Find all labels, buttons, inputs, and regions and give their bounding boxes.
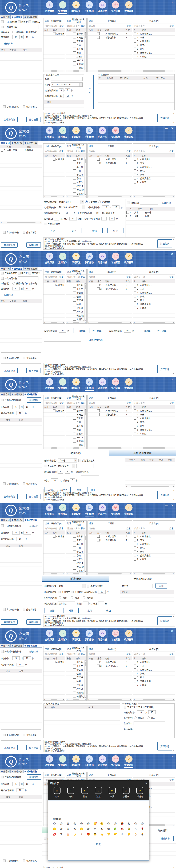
nav-item[interactable]: ✳ 企微群发	[44, 378, 55, 391]
external-search-button[interactable]: 搜索	[81, 401, 85, 404]
greet-newfriend-checkbox[interactable]	[1, 776, 4, 778]
emoji-button[interactable]: ☀	[78, 832, 85, 837]
sidebar-tab-newfriend[interactable]: 新好友回复	[24, 392, 38, 396]
note-type-select[interactable]: 自定义备注▼	[57, 464, 75, 468]
group-search-button[interactable]: 搜索	[126, 401, 131, 404]
nav-item[interactable]: ⚙ 群组设置	[71, 253, 81, 265]
close-button[interactable]: ✕	[171, 127, 173, 130]
verify-message-textarea[interactable]	[81, 475, 99, 485]
row-checkbox[interactable]	[73, 669, 76, 671]
sidebar-tab-accounts[interactable]: 账号列	[0, 518, 10, 522]
log-area[interactable]: [20:27:33]企大客-小助手[20:27:33]初始化中，此过程大约需要2…	[43, 363, 175, 375]
friend-search-button[interactable]: 搜索	[59, 150, 64, 153]
clear-log-button[interactable]: 清理信息	[157, 365, 172, 373]
subtab-contacts-fans[interactable]: 手机通讯录爆粉	[109, 450, 176, 456]
auto-accept-friend-checkbox[interactable]	[3, 608, 5, 611]
member-row[interactable]: 5新宁	[133, 299, 175, 302]
vertical-scrollbar[interactable]: ▲▼	[84, 31, 86, 70]
reply-interval-to-input[interactable]: 15	[24, 35, 31, 39]
turing-reply-checkbox[interactable]	[1, 277, 4, 280]
row-checkbox[interactable]	[134, 307, 136, 309]
group-row[interactable]: 2新宁团队软...7	[87, 161, 132, 165]
log-area[interactable]: [20:27:33]企大客-小助手[20:27:33]初始化中，此过程大约需要2…	[43, 740, 175, 752]
external-friend-row[interactable]: 云服务小.	[66, 317, 84, 321]
member-row[interactable]: 3A-新宁团队...	[133, 542, 175, 546]
row-checkbox[interactable]	[73, 429, 76, 431]
clear-log-button[interactable]: 清理信息	[157, 239, 172, 248]
save-settings-button[interactable]: 保存设置	[26, 494, 41, 499]
obj-gap-to-input[interactable]: 13	[112, 205, 120, 209]
blocklist-input[interactable]	[132, 584, 153, 588]
row-checkbox[interactable]	[73, 539, 76, 541]
emoji-button[interactable]: 👍	[98, 832, 105, 837]
content-type-button[interactable]: W 文本	[54, 787, 60, 798]
row-checkbox[interactable]	[73, 672, 76, 675]
external-friend-row[interactable]: 田少春	[66, 660, 84, 664]
nav-item[interactable]: ⚙ 群组设置	[71, 127, 81, 140]
external-search-placeholder[interactable]: 外部好友名称	[67, 401, 80, 404]
member-row[interactable]: 6蓝精灵全媒...	[133, 428, 175, 432]
start-button[interactable]: 开始	[45, 228, 61, 233]
horizontal-scrollbar[interactable]: ◄►	[133, 698, 175, 701]
external-friend-row[interactable]: 任丽	[66, 546, 84, 550]
row-checkbox[interactable]	[134, 166, 136, 168]
external-friend-row[interactable]: 王天生	[66, 161, 84, 165]
horizontal-scrollbar[interactable]: ◄►	[133, 321, 175, 323]
loop-rest-input[interactable]: 10	[69, 217, 77, 220]
external-friend-row[interactable]: 杨周	[66, 428, 84, 432]
horizontal-scrollbar[interactable]: ◄►	[66, 572, 86, 575]
group-search-placeholder[interactable]: 群名称	[89, 150, 95, 153]
sidebar-tab-newfriend[interactable]: 新好友回复	[24, 518, 38, 522]
row-checkbox[interactable]	[73, 287, 76, 290]
minimize-button[interactable]: —	[165, 378, 168, 381]
nav-item[interactable]: ◔ 定时群发	[57, 504, 68, 517]
external-friend-row[interactable]: 封玉珍	[66, 180, 84, 184]
row-checkbox[interactable]	[134, 432, 136, 435]
emoji-button[interactable]: ✊	[125, 832, 132, 837]
external-friend-row[interactable]: 微远科技	[66, 691, 84, 694]
member-row[interactable]: 3A-新宁团队...	[133, 165, 175, 169]
external-search-button[interactable]: 搜索	[81, 150, 85, 153]
horizontal-scrollbar[interactable]: ◄►	[87, 321, 132, 323]
close-button[interactable]: ✕	[171, 252, 173, 255]
timed-send-time-input[interactable]: 2022-03-18 20:27:31▲▼	[58, 205, 85, 209]
monitor-group-id-input[interactable]	[133, 721, 165, 725]
emoji-button[interactable]: 😃	[51, 821, 58, 826]
row-checkbox[interactable]	[134, 295, 136, 298]
rest-min-input[interactable]	[98, 601, 104, 606]
row-checkbox[interactable]	[134, 413, 136, 416]
external-friend-row[interactable]: AAV14	[66, 184, 84, 188]
row-checkbox[interactable]	[73, 425, 76, 427]
scroll-thumb[interactable]	[7, 222, 35, 223]
row-checkbox[interactable]	[97, 32, 100, 35]
sidebar-tab-newfriend[interactable]: 新好友回复	[24, 141, 38, 145]
row-checkbox[interactable]	[134, 672, 136, 675]
dialog-ok-button[interactable]: 确定	[81, 841, 116, 847]
group-rename-input[interactable]	[44, 338, 81, 342]
group-row[interactable]: 1A-新宁团队...3	[87, 409, 132, 413]
random-content-input[interactable]	[140, 201, 158, 205]
new-content-button[interactable]: 新建内容	[157, 836, 174, 841]
reply-group-checkbox[interactable]	[18, 21, 21, 23]
row-checkbox[interactable]	[134, 669, 136, 671]
external-search-placeholder[interactable]: 外部好友名称	[67, 24, 80, 27]
external-friend-row[interactable]: 封玉珍	[66, 306, 84, 310]
nav-item[interactable]: ✔ 微群管理	[123, 378, 134, 391]
row-checkbox[interactable]	[134, 661, 136, 663]
nav-item[interactable]: ☏ 专线回复	[110, 127, 121, 140]
exact-match-radio[interactable]	[25, 31, 28, 33]
emoji-button[interactable]: 🤭	[78, 826, 85, 832]
vertical-scrollbar[interactable]: ▲▼	[84, 157, 86, 195]
row-checkbox[interactable]	[134, 177, 136, 180]
nav-item[interactable]: ◔ 定时群发	[57, 755, 68, 768]
nav-item[interactable]: ☏ 专线回复	[110, 1, 121, 14]
minimize-button[interactable]: —	[165, 1, 168, 4]
group-filter-link[interactable]: 过滤	[89, 19, 93, 22]
row-checkbox[interactable]	[134, 409, 136, 412]
pause-button[interactable]: 暂停	[66, 228, 82, 233]
save-settings-button[interactable]: 保存设置	[26, 368, 41, 373]
row-checkbox[interactable]	[73, 543, 76, 545]
start-button[interactable]: 开始	[45, 608, 60, 613]
external-friend-row[interactable]: 杨周	[66, 177, 84, 180]
friend-search-placeholder[interactable]: 内部好友名称	[45, 401, 57, 404]
